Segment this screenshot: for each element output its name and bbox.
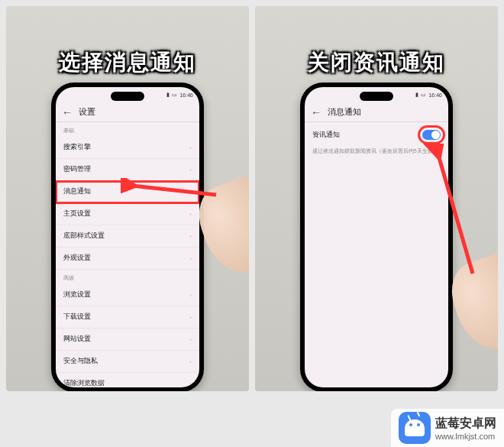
news-toggle[interactable]	[422, 130, 441, 140]
svg-line-3	[438, 155, 473, 274]
left-panel-title: 选择消息通知	[59, 48, 196, 77]
notch	[111, 92, 144, 101]
chevron-right-icon: ›	[189, 144, 192, 151]
nav-bar: ← 消息通知	[305, 102, 448, 122]
phone-frame-left: ▮ ▭ 16:46 ← 设置 基础 搜索引擎› 密码管理› 消息通知› 主页设置…	[51, 83, 204, 391]
android-icon	[399, 412, 431, 444]
watermark-text: 蓝莓安卓网 www.lmkjst.com	[435, 416, 496, 441]
watermark: 蓝莓安卓网 www.lmkjst.com	[391, 409, 504, 447]
back-icon[interactable]: ←	[311, 106, 321, 118]
red-arrow-left	[121, 178, 220, 201]
chevron-right-icon: ›	[189, 167, 192, 173]
section-label: 基础	[56, 122, 199, 137]
chevron-right-icon: ›	[189, 358, 192, 365]
red-arrow-right	[385, 144, 484, 281]
list-item-homepage[interactable]: 主页设置›	[56, 203, 199, 225]
status-right: ▮ ▭ 16:46	[415, 92, 442, 98]
list-item-download[interactable]: 下载设置›	[56, 306, 199, 329]
list-item-website[interactable]: 网站设置›	[56, 329, 199, 351]
toggle-label: 资讯通知	[312, 130, 340, 140]
battery-icon: ▭	[421, 92, 426, 98]
chevron-right-icon: ›	[189, 255, 192, 262]
battery-icon: ▭	[172, 92, 177, 98]
back-icon[interactable]: ←	[62, 106, 73, 118]
list-item-security[interactable]: 安全与隐私›	[56, 351, 199, 373]
nav-title: 消息通知	[328, 106, 361, 118]
status-time: 16:46	[179, 92, 193, 98]
watermark-url: www.lmkjst.com	[435, 432, 496, 441]
watermark-title: 蓝莓安卓网	[435, 416, 496, 432]
chevron-right-icon: ›	[189, 233, 192, 240]
right-panel-title: 关闭资讯通知	[308, 48, 445, 77]
phone-screen-left: ▮ ▭ 16:46 ← 设置 基础 搜索引擎› 密码管理› 消息通知› 主页设置…	[56, 87, 199, 387]
list-item-appearance[interactable]: 外观设置›	[56, 248, 199, 270]
notch	[360, 92, 393, 101]
section-label: 高级	[56, 270, 199, 284]
chevron-right-icon: ›	[189, 381, 192, 387]
chevron-right-icon: ›	[189, 292, 192, 299]
list-item-bottom-style[interactable]: 底部样式设置›	[56, 225, 199, 248]
chevron-right-icon: ›	[189, 314, 192, 321]
settings-list: 基础 搜索引擎› 密码管理› 消息通知› 主页设置› 底部样式设置› 外观设置›…	[56, 122, 199, 387]
signal-icon: ▮	[415, 92, 418, 98]
list-item-clear-data[interactable]: 清除浏览数据›	[56, 373, 199, 387]
status-right: ▮ ▭ 16:46	[166, 92, 193, 98]
list-item-search-engine[interactable]: 搜索引擎›	[56, 137, 199, 159]
nav-bar: ← 设置	[56, 102, 199, 122]
left-panel: 选择消息通知 ▮ ▭ 16:46 ← 设置 基础	[6, 6, 249, 391]
svg-line-1	[132, 186, 216, 195]
chevron-right-icon: ›	[189, 211, 192, 218]
signal-icon: ▮	[166, 92, 170, 98]
chevron-right-icon: ›	[189, 336, 192, 343]
status-time: 16:46	[428, 92, 442, 98]
right-panel: 关闭资讯通知 ▮ ▭ 16:46 ← 消息通知 资讯通知	[255, 6, 498, 391]
nav-title: 设置	[79, 106, 95, 118]
list-item-browse[interactable]: 浏览设置›	[56, 284, 199, 306]
